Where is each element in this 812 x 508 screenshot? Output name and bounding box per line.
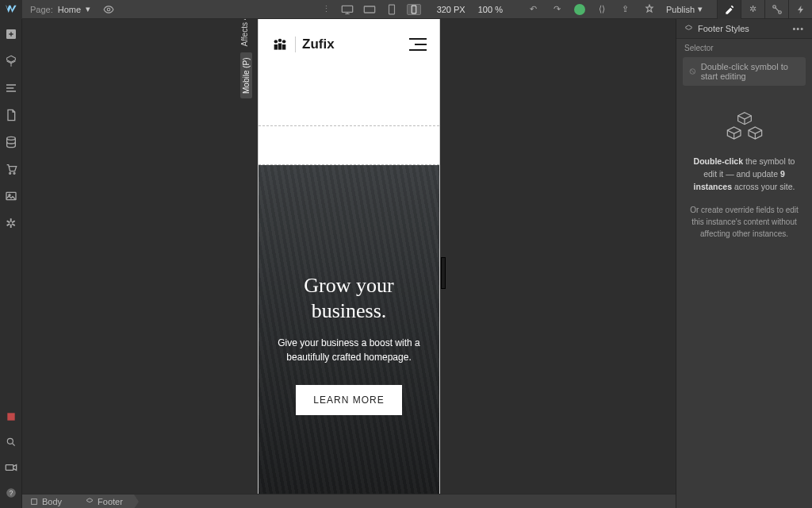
publish-label: Publish bbox=[666, 5, 695, 14]
chevron-down-icon: ▾ bbox=[86, 4, 90, 14]
svg-point-10 bbox=[13, 172, 15, 174]
svg-point-9 bbox=[9, 172, 10, 174]
tablet-portrait-icon[interactable] bbox=[385, 4, 399, 15]
breadcrumb-body-label: Body bbox=[42, 497, 62, 506]
svg-point-20 bbox=[282, 40, 285, 43]
audit-icon[interactable] bbox=[642, 2, 657, 17]
webflow-logo-icon[interactable] bbox=[0, 0, 22, 19]
code-icon[interactable]: ⟨⟩ bbox=[595, 2, 609, 17]
viewport-resize-handle[interactable] bbox=[441, 257, 446, 289]
ecommerce-icon[interactable] bbox=[4, 162, 18, 176]
selector-section-label: Selector bbox=[676, 39, 812, 57]
style-panel: Footer Styles ••• Selector Double-click … bbox=[676, 19, 812, 508]
hero-title: Grow your business. bbox=[273, 273, 425, 325]
undo-icon[interactable]: ↶ bbox=[527, 2, 541, 17]
style-panel-tab[interactable] bbox=[717, 0, 741, 19]
selector-input[interactable]: Double-click symbol to start editing bbox=[683, 57, 806, 86]
panel-title: Footer Styles bbox=[698, 24, 749, 33]
mobile-icon[interactable] bbox=[407, 4, 421, 15]
panel-menu-icon[interactable]: ••• bbox=[792, 24, 804, 33]
svg-point-8 bbox=[6, 137, 15, 140]
status-ok-icon[interactable] bbox=[574, 4, 585, 15]
chevron-down-icon: ▾ bbox=[698, 4, 703, 14]
svg-rect-15 bbox=[6, 465, 13, 471]
body-icon bbox=[30, 498, 38, 506]
breadcrumb-bar: Body Footer bbox=[22, 494, 676, 508]
svg-rect-21 bbox=[274, 44, 278, 50]
zoom-level[interactable]: 100 % bbox=[478, 5, 503, 14]
cms-icon[interactable] bbox=[4, 135, 18, 149]
svg-point-18 bbox=[274, 40, 278, 43]
navigator-icon[interactable] bbox=[4, 81, 18, 95]
mobile-viewport[interactable]: Zufix Grow your business. Give your busi… bbox=[258, 19, 440, 494]
style-manager-tab[interactable] bbox=[764, 0, 788, 19]
page-selector[interactable]: Page: Home ▾ bbox=[22, 4, 98, 14]
svg-rect-22 bbox=[278, 44, 282, 50]
publish-button[interactable]: Publish ▾ bbox=[666, 4, 703, 14]
svg-rect-2 bbox=[364, 6, 374, 13]
hero-cta-button[interactable]: LEARN MORE bbox=[296, 385, 401, 415]
breadcrumb-footer-label: Footer bbox=[98, 497, 123, 506]
brand-logo-icon bbox=[271, 37, 289, 52]
redo-icon[interactable]: ↷ bbox=[550, 2, 565, 17]
blocked-icon bbox=[689, 67, 696, 76]
hero-subtitle: Give your business a boost with a beauti… bbox=[273, 336, 425, 364]
symbols-icon[interactable] bbox=[4, 54, 18, 68]
brand-name: Zufix bbox=[302, 37, 335, 52]
video-tutorial-icon[interactable] bbox=[4, 460, 18, 475]
svg-rect-3 bbox=[389, 5, 394, 14]
site-navbar: Zufix bbox=[259, 19, 439, 70]
canvas[interactable]: Mobile (P) Affects 479px and below Zufix… bbox=[22, 19, 676, 494]
svg-rect-4 bbox=[412, 6, 416, 13]
hero-section[interactable]: Grow your business. Give your business a… bbox=[259, 165, 439, 494]
breakpoint-label: Mobile (P) Affects 479px and below bbox=[240, 19, 252, 98]
svg-point-0 bbox=[107, 8, 110, 11]
breakpoint-affects: Affects 479px and below bbox=[240, 19, 252, 46]
search-icon[interactable] bbox=[4, 435, 18, 449]
breakpoint-badge: Mobile (P) bbox=[240, 52, 252, 98]
preview-eye-icon[interactable] bbox=[103, 4, 114, 15]
export-icon[interactable]: ⇪ bbox=[619, 2, 633, 17]
assets-icon[interactable] bbox=[4, 189, 18, 203]
left-toolbar: ✲ ? bbox=[0, 19, 22, 508]
panel-header: Footer Styles ••• bbox=[676, 19, 812, 39]
svg-point-19 bbox=[278, 39, 282, 42]
pages-icon[interactable] bbox=[4, 108, 18, 122]
symbol-icon bbox=[684, 25, 693, 33]
brand[interactable]: Zufix bbox=[271, 37, 335, 52]
svg-point-14 bbox=[7, 438, 13, 444]
device-switcher: 320 PX 100 % bbox=[340, 4, 503, 15]
svg-rect-23 bbox=[282, 44, 285, 50]
desktop-icon[interactable] bbox=[340, 4, 354, 15]
breadcrumb-body[interactable]: Body bbox=[22, 495, 73, 509]
more-icon[interactable]: ⋮ bbox=[322, 4, 331, 14]
help-icon[interactable]: ? bbox=[4, 486, 18, 500]
svg-text:?: ? bbox=[9, 490, 13, 497]
symbol-info: Double-click the symbol to edit it — and… bbox=[676, 86, 812, 254]
audit-icon[interactable] bbox=[4, 410, 18, 424]
selector-hint: Double-click symbol to start editing bbox=[701, 62, 799, 81]
viewport-width[interactable]: 320 PX bbox=[437, 5, 465, 14]
interactions-panel-tab[interactable] bbox=[788, 0, 812, 19]
menu-icon[interactable] bbox=[409, 38, 427, 51]
add-element-icon[interactable] bbox=[4, 27, 18, 41]
page-label: Page: bbox=[30, 5, 53, 14]
topbar: Page: Home ▾ ⋮ 320 PX 100 % ↶ ↷ ⟨⟩ ⇪ Pub… bbox=[0, 0, 812, 19]
info-bold-1: Double-click bbox=[694, 156, 745, 166]
page-name: Home bbox=[58, 5, 81, 14]
symbol-icon bbox=[86, 498, 94, 506]
svg-rect-13 bbox=[7, 413, 14, 420]
cubes-icon bbox=[725, 111, 764, 143]
info-line2: Or create override fields to edit this i… bbox=[688, 204, 801, 240]
settings-panel-tab[interactable]: ✲ bbox=[741, 0, 764, 19]
breadcrumb-footer[interactable]: Footer bbox=[73, 495, 134, 509]
svg-rect-1 bbox=[342, 6, 352, 12]
tablet-landscape-icon[interactable] bbox=[362, 4, 377, 15]
info-suffix: across your site. bbox=[732, 182, 795, 191]
svg-rect-25 bbox=[32, 498, 37, 504]
section-placeholder[interactable] bbox=[259, 125, 439, 165]
settings-icon[interactable]: ✲ bbox=[4, 216, 18, 230]
